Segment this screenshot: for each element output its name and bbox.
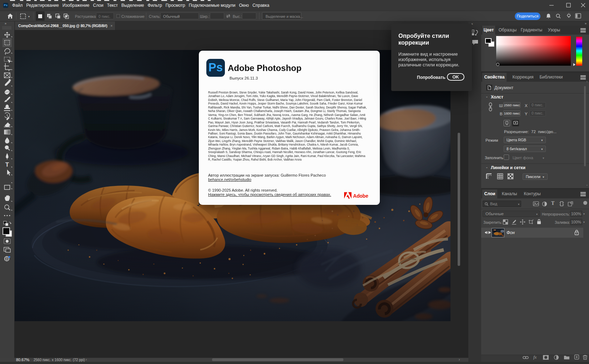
svg-text:Adobe: Adobe	[353, 193, 368, 199]
svg-text:T: T	[5, 161, 9, 168]
